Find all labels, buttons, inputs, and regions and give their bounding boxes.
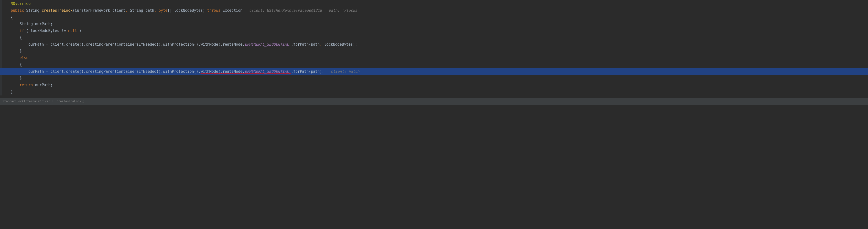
code-text: ourPath = client.create().creatingParent… [28, 69, 200, 74]
brace: { [20, 35, 22, 40]
code-line[interactable]: else [0, 55, 868, 62]
brace: } [11, 90, 13, 94]
enum-constant: EPHEMERAL_SEQUENTIAL [245, 42, 289, 46]
comma: , [320, 42, 322, 46]
code-line[interactable]: return ourPath; [0, 82, 868, 89]
code-line[interactable]: } [0, 89, 868, 95]
brackets: [] [167, 8, 172, 13]
paren: ) [203, 8, 205, 13]
code-line[interactable]: @Override [0, 0, 868, 7]
keyword-return: return [20, 83, 33, 87]
code-line[interactable]: String ourPath; [0, 21, 868, 28]
brace: { [11, 15, 13, 20]
condition: ( lockNodeBytes != [24, 29, 68, 33]
paren: ( [72, 8, 75, 13]
breadcrumb-item[interactable]: StandardLockInternalsDriver [2, 99, 50, 104]
code-line-highlighted[interactable]: ourPath = client.create().creatingParent… [0, 68, 868, 75]
type: Exception [220, 8, 242, 13]
code-error-underline: withMode(CreateMode. [200, 69, 245, 74]
type: CuratorFramework [75, 8, 110, 13]
code-text: .forPath(path); [291, 69, 324, 74]
var: ourPath; [33, 83, 53, 87]
code-text: ourPath = client.create().creatingParent… [28, 42, 245, 46]
comma: , [154, 8, 156, 13]
code-line[interactable]: { [0, 14, 868, 21]
var: ourPath; [33, 22, 53, 26]
code-line[interactable]: { [0, 34, 868, 41]
type: String [20, 22, 33, 26]
type: String [26, 8, 39, 13]
text: ) [77, 29, 82, 33]
code-line[interactable]: { [0, 62, 868, 68]
enum-constant-error: EPHEMERAL_SEQUENTIAL [245, 69, 289, 74]
keyword-public: public [11, 8, 24, 13]
code-line[interactable]: public String createsTheLock(CuratorFram… [0, 7, 868, 14]
keyword-throws: throws [205, 8, 220, 13]
param: lockNodeBytes [172, 8, 203, 13]
code-text: lockNodeBytes); [322, 42, 357, 46]
breadcrumb-item[interactable]: createsTheLock() [57, 99, 85, 104]
code-error-underline: ) [289, 69, 291, 74]
keyword-byte: byte [156, 8, 167, 13]
code-line[interactable]: } [0, 75, 868, 82]
keyword-if: if [20, 29, 24, 33]
inline-hint: path: "/locks [322, 8, 357, 13]
code-line[interactable]: ourPath = client.create().creatingParent… [0, 41, 868, 48]
keyword-null: null [68, 29, 77, 33]
method-name: createsTheLock [41, 8, 72, 13]
annotation: @Override [11, 1, 31, 6]
brace: } [20, 76, 22, 80]
comma: , [126, 8, 128, 13]
brace: { [20, 63, 22, 67]
param: client [110, 8, 125, 13]
code-text: ).forPath(path [289, 42, 320, 46]
type: String [128, 8, 143, 13]
code-line[interactable]: } [0, 48, 868, 55]
code-line[interactable]: if ( lockNodeBytes != null ) [0, 28, 868, 34]
inline-hint: client: WatcherRemovalFacade@1218 [242, 8, 322, 13]
keyword-else: else [20, 56, 28, 60]
code-editor[interactable]: @Override public String createsTheLock(C… [0, 0, 868, 95]
breadcrumb-bar: StandardLockInternalsDriver 〉 createsThe… [0, 98, 868, 105]
param: path [143, 8, 154, 13]
inline-hint: client: Watch [324, 69, 360, 74]
chevron-right-icon: 〉 [52, 99, 55, 103]
brace: } [20, 49, 22, 53]
